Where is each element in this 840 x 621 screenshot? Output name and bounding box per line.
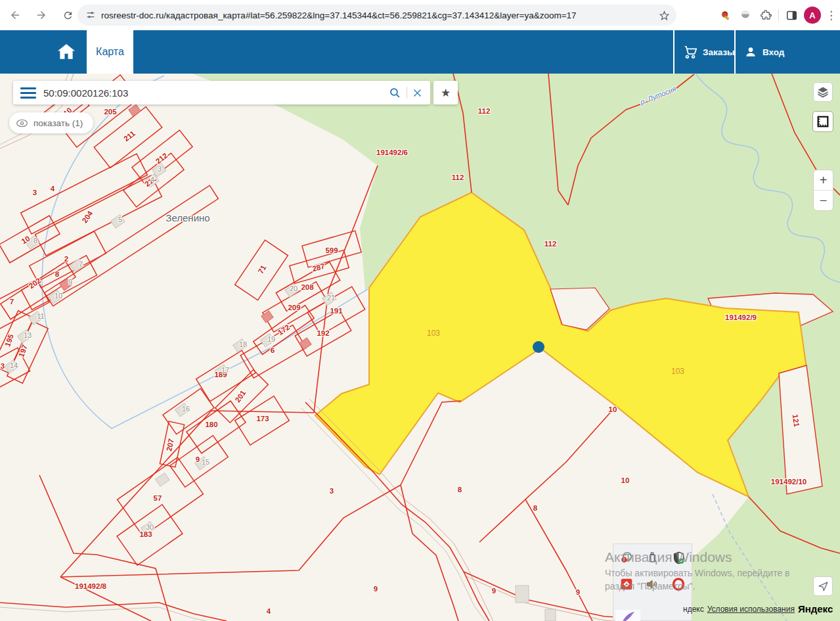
reload-button[interactable] <box>56 4 79 26</box>
extension-helper-icon[interactable] <box>717 7 733 23</box>
site-header: Карта Заказы Вход <box>0 30 840 74</box>
crypto-app-icon[interactable] <box>618 576 635 593</box>
forward-arrow-icon <box>35 9 47 21</box>
search-separator <box>407 87 407 99</box>
map-point-marker[interactable] <box>533 341 544 353</box>
browser-menu-button[interactable]: ⋮ <box>826 9 836 22</box>
zoom-control: + − <box>813 170 833 211</box>
geolocation-button[interactable] <box>813 576 833 596</box>
svg-text:!: ! <box>623 557 625 562</box>
menu-burger-icon[interactable] <box>13 87 43 99</box>
yandex-logo: Яндекс <box>798 603 833 614</box>
zoom-out-button[interactable]: − <box>814 191 833 210</box>
map-search-bar[interactable] <box>13 81 430 104</box>
back-arrow-icon <box>9 9 21 21</box>
tray-highlighted-item[interactable] <box>615 610 640 621</box>
extension-halfmoon-icon[interactable] <box>738 7 753 23</box>
browser-toolbar: rosreestr-doc.ru/кадастровая_карта#lat=5… <box>0 0 840 30</box>
network-problem-icon[interactable]: ! <box>618 549 635 566</box>
url-text[interactable]: rosreestr-doc.ru/кадастровая_карта#lat=5… <box>101 11 659 20</box>
search-icon[interactable] <box>389 87 401 99</box>
ruler-icon <box>816 114 830 129</box>
favorites-button[interactable]: ★ <box>433 81 458 104</box>
star-icon: ★ <box>441 86 451 100</box>
home-icon <box>55 41 77 63</box>
home-button[interactable] <box>46 30 87 74</box>
attribution-prefix: ндекс <box>683 605 704 614</box>
opera-icon[interactable] <box>670 576 687 593</box>
search-input[interactable] <box>43 87 389 99</box>
feather-icon <box>619 610 636 621</box>
map-canvas[interactable] <box>0 74 840 621</box>
layers-button[interactable] <box>813 82 833 102</box>
cart-icon <box>683 45 697 59</box>
bookmark-star-icon[interactable] <box>659 10 670 21</box>
tab-map[interactable]: Карта <box>87 30 133 74</box>
header-separator <box>673 30 674 74</box>
header-separator <box>734 30 736 74</box>
page: rosreestr-doc.ru/кадастровая_карта#lat=5… <box>0 0 840 621</box>
orders-label: Заказы <box>703 47 735 57</box>
usb-device-icon[interactable] <box>644 549 661 566</box>
layers-icon <box>816 85 829 99</box>
volume-icon[interactable] <box>644 576 661 593</box>
back-button[interactable] <box>4 4 26 26</box>
map-attribution: ндекс Условия использования Яндекс <box>683 603 833 614</box>
location-arrow-icon <box>818 581 829 592</box>
measure-button[interactable] <box>812 111 833 132</box>
show-results-button[interactable]: показать (1) <box>9 112 93 133</box>
system-tray-popup: ! <box>613 543 692 621</box>
login-button[interactable]: Вход <box>744 30 784 74</box>
side-panel-icon[interactable] <box>784 7 799 23</box>
login-label: Вход <box>763 47 784 57</box>
terms-link[interactable]: Условия использования <box>707 605 795 614</box>
address-bar[interactable]: rosreestr-doc.ru/кадастровая_карта#lat=5… <box>77 5 676 26</box>
site-settings-icon[interactable] <box>85 10 96 20</box>
toolbar-separator <box>778 9 779 21</box>
show-results-label: показать (1) <box>33 118 83 128</box>
profile-avatar[interactable]: A <box>804 7 821 24</box>
eye-icon <box>16 119 28 127</box>
extensions-puzzle-icon[interactable] <box>758 7 774 23</box>
browser-actions: A ⋮ <box>717 0 836 30</box>
map-viewport[interactable]: 2052112122111034204102820271951973715992… <box>0 74 840 621</box>
clear-search-icon[interactable] <box>412 88 422 98</box>
reload-icon <box>62 10 74 21</box>
person-icon <box>744 45 757 58</box>
defender-shield-icon[interactable] <box>670 549 687 566</box>
zoom-in-button[interactable]: + <box>814 170 833 190</box>
orders-button[interactable]: Заказы <box>683 30 735 74</box>
forward-button[interactable] <box>30 4 53 26</box>
